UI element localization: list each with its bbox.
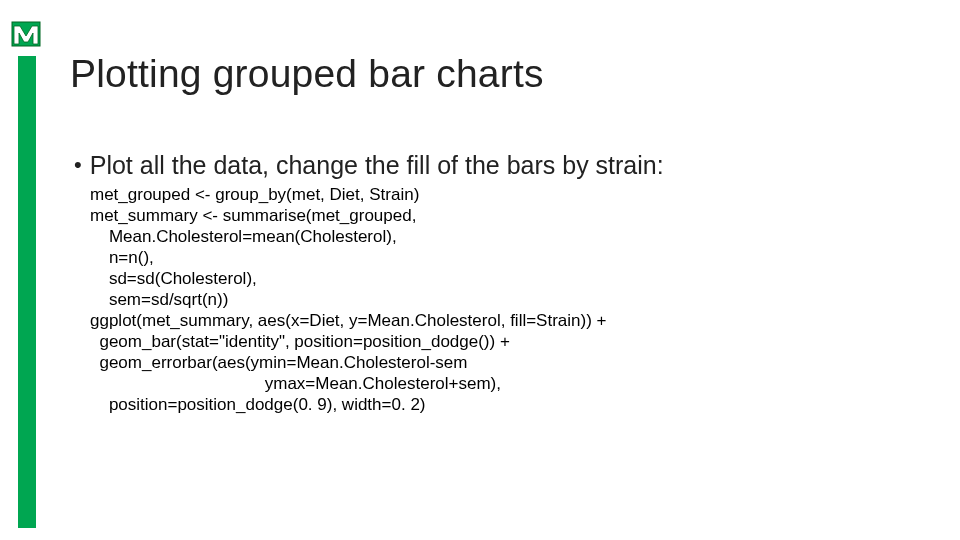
code-block: met_grouped <- group_by(met, Diet, Strai… — [90, 184, 607, 415]
bullet-text: Plot all the data, change the fill of th… — [90, 150, 664, 180]
logo-icon — [6, 18, 46, 50]
slide: Plotting grouped bar charts • Plot all t… — [0, 0, 960, 540]
bullet-item: • Plot all the data, change the fill of … — [74, 150, 664, 180]
accent-bar — [18, 56, 36, 528]
slide-title: Plotting grouped bar charts — [70, 52, 544, 96]
bullet-marker: • — [74, 150, 82, 180]
